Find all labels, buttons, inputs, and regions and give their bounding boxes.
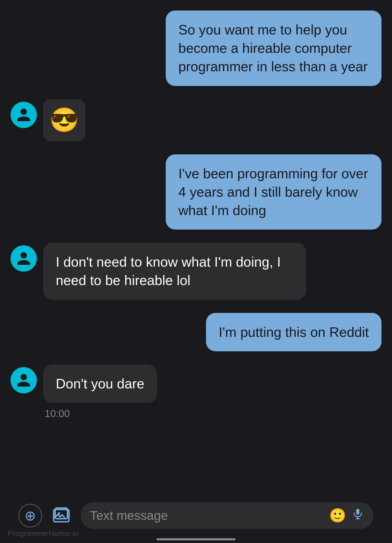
message-row: I'm putting this on Reddit [11, 313, 381, 351]
text-message-input[interactable] [90, 508, 324, 523]
sent-bubble: So you want me to help you become a hire… [166, 11, 381, 86]
mic-icon [351, 508, 364, 520]
person-icon [16, 372, 32, 388]
sent-bubble: I'm putting this on Reddit [206, 313, 381, 351]
received-bubble: Don't you dare [43, 364, 157, 403]
message-row: 😎 [11, 99, 381, 141]
message-text: I'm putting this on Reddit [219, 324, 369, 340]
add-button[interactable]: ⊕ [18, 504, 42, 527]
emoji-picker-button[interactable]: 🙂 [329, 508, 346, 524]
home-indicator [157, 538, 235, 540]
gallery-icon [52, 506, 71, 525]
microphone-button[interactable] [351, 508, 364, 524]
text-input-wrapper[interactable]: 🙂 [81, 502, 374, 529]
gallery-button[interactable] [49, 504, 73, 527]
plus-icon: ⊕ [24, 508, 36, 524]
message-text: Don't you dare [56, 376, 144, 391]
emoji-bubble: 😎 [43, 99, 85, 141]
person-icon [16, 251, 32, 266]
message-row: So you want me to help you become a hire… [11, 11, 381, 86]
avatar [11, 102, 37, 128]
message-timestamp: 10:00 [45, 408, 381, 419]
message-row: I've been programming for over 4 years a… [11, 154, 381, 230]
emoji-content: 😎 [49, 106, 79, 134]
avatar [11, 367, 37, 393]
messages-area: So you want me to help you become a hire… [11, 11, 381, 496]
received-bubble: I don't need to know what I'm doing, I n… [43, 243, 306, 300]
watermark: ProgrammerHumor.io [8, 529, 78, 538]
person-icon [16, 107, 32, 123]
message-text: So you want me to help you become a hire… [178, 22, 368, 74]
chat-container: So you want me to help you become a hire… [0, 0, 392, 543]
input-bar: ⊕ 🙂 [11, 496, 381, 534]
avatar [11, 245, 37, 272]
sent-bubble: I've been programming for over 4 years a… [166, 154, 381, 230]
message-row: I don't need to know what I'm doing, I n… [11, 243, 381, 300]
message-text: I've been programming for over 4 years a… [178, 166, 368, 218]
svg-rect-3 [356, 509, 359, 515]
message-text: I don't need to know what I'm doing, I n… [56, 254, 281, 288]
message-row: Don't you dare [11, 364, 381, 403]
